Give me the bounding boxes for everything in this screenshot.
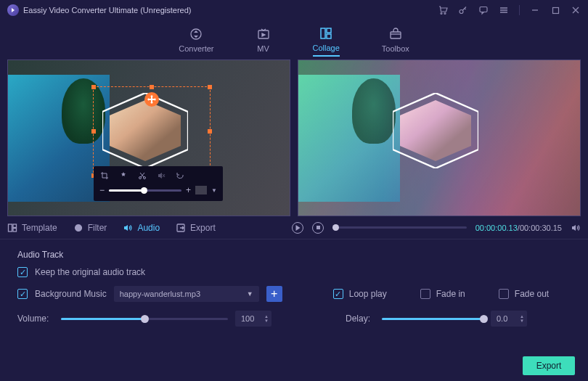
- fade-in-label: Fade in: [436, 289, 465, 299]
- template-icon: [7, 223, 17, 233]
- playback-time: 00:00:00.13/00:00:30.15: [475, 224, 562, 232]
- svg-rect-17: [13, 228, 17, 232]
- key-icon[interactable]: [458, 5, 468, 15]
- tab-collage[interactable]: Collage: [313, 23, 340, 57]
- chevron-down-icon: ▼: [247, 290, 253, 298]
- tab-toolbox[interactable]: Toolbox: [382, 24, 409, 56]
- mv-icon: [256, 27, 271, 41]
- tab-converter[interactable]: Converter: [179, 24, 213, 56]
- volume-icon[interactable]: [571, 223, 581, 233]
- svg-rect-4: [552, 7, 558, 13]
- bg-music-select[interactable]: happy-wanderlust.mp3 ▼: [114, 286, 259, 302]
- play-button[interactable]: [292, 222, 303, 234]
- delay-slider[interactable]: [382, 318, 483, 320]
- filter-icon: [73, 223, 83, 233]
- clip-edit-toolbar: − + ▼: [94, 166, 223, 201]
- svg-rect-7: [321, 28, 325, 38]
- svg-rect-16: [13, 224, 17, 228]
- loop-play-checkbox[interactable]: [333, 289, 343, 299]
- section-title: Audio Track: [17, 250, 571, 260]
- svg-rect-19: [317, 226, 320, 229]
- stop-button[interactable]: [312, 222, 324, 234]
- main-tabs: Converter MV Collage Toolbox: [0, 20, 588, 60]
- svg-rect-3: [480, 7, 487, 12]
- app-title: Eassiy Video Converter Ultimate (Unregis…: [23, 6, 192, 15]
- add-music-button[interactable]: +: [266, 286, 282, 302]
- preview-right[interactable]: [298, 60, 581, 216]
- audio-section: Audio Track Keep the original audio trac…: [0, 239, 588, 337]
- bg-music-checkbox[interactable]: [17, 289, 28, 299]
- subtab-audio[interactable]: Audio: [123, 223, 160, 233]
- svg-rect-8: [327, 28, 331, 33]
- move-icon[interactable]: [144, 92, 159, 107]
- fade-out-label: Fade out: [515, 289, 549, 299]
- aspect-ratio-button[interactable]: [195, 186, 207, 194]
- zoom-in[interactable]: +: [186, 185, 191, 195]
- menu-icon[interactable]: [499, 5, 509, 15]
- effects-icon[interactable]: [118, 171, 128, 181]
- reset-icon[interactable]: [175, 171, 185, 181]
- svg-point-0: [441, 13, 442, 15]
- cut-icon[interactable]: [137, 171, 147, 181]
- spin-down[interactable]: ▼: [520, 319, 524, 323]
- preview-left[interactable]: − + ▼: [7, 60, 290, 216]
- loop-play-label: Loop play: [349, 289, 387, 299]
- fade-in-checkbox[interactable]: [420, 289, 430, 299]
- converter-icon: [189, 27, 203, 41]
- volume-label: Volume:: [17, 314, 54, 324]
- zoom-slider[interactable]: [109, 189, 181, 192]
- hexagon-clip[interactable]: [102, 93, 188, 168]
- minimize-button[interactable]: [530, 5, 540, 15]
- titlebar: Eassiy Video Converter Ultimate (Unregis…: [0, 0, 588, 20]
- zoom-out[interactable]: −: [99, 185, 105, 195]
- subtab-filter[interactable]: Filter: [73, 223, 107, 233]
- fade-out-checkbox[interactable]: [499, 289, 509, 299]
- svg-rect-10: [391, 32, 401, 38]
- keep-original-label: Keep the original audio track: [35, 267, 145, 277]
- export-icon: [176, 223, 186, 233]
- subtab-template[interactable]: Template: [7, 223, 57, 233]
- svg-rect-15: [9, 224, 12, 232]
- crop-icon[interactable]: [99, 171, 110, 181]
- cart-icon[interactable]: [438, 5, 448, 15]
- playback-track[interactable]: [332, 226, 467, 229]
- svg-point-2: [460, 10, 463, 14]
- maximize-button[interactable]: [550, 5, 560, 15]
- midstrip: Template Filter Audio Export 00:00:00.13…: [0, 216, 588, 239]
- svg-point-1: [444, 13, 446, 15]
- bg-music-label: Background Music: [35, 289, 107, 299]
- toolbox-icon: [388, 27, 403, 41]
- preview-panes: − + ▼: [0, 60, 588, 216]
- keep-original-checkbox[interactable]: [17, 267, 28, 277]
- spin-down[interactable]: ▼: [264, 319, 269, 323]
- footer: Export: [0, 351, 588, 381]
- export-button[interactable]: Export: [523, 356, 575, 375]
- audio-icon: [123, 223, 133, 233]
- delay-label: Delay:: [346, 314, 375, 324]
- svg-rect-9: [327, 34, 331, 38]
- collage-icon: [319, 26, 333, 41]
- hexagon-clip-preview: [393, 93, 478, 168]
- mute-icon[interactable]: [156, 171, 166, 181]
- close-button[interactable]: [571, 5, 581, 15]
- delay-input[interactable]: 0.0 ▲▼: [491, 311, 527, 327]
- volume-input[interactable]: 100 ▲▼: [235, 311, 271, 327]
- app-logo: [7, 4, 19, 16]
- tab-mv[interactable]: MV: [256, 24, 271, 56]
- subtab-export[interactable]: Export: [176, 223, 216, 233]
- feedback-icon[interactable]: [478, 5, 489, 15]
- volume-slider[interactable]: [61, 318, 228, 320]
